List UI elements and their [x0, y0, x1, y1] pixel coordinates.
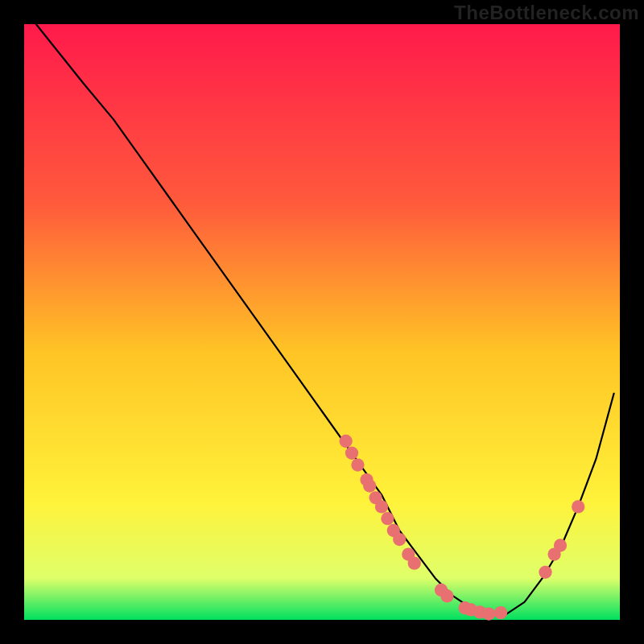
data-marker — [345, 447, 358, 460]
data-marker — [381, 512, 394, 525]
chart-frame: TheBottleneck.com — [0, 0, 644, 644]
data-marker — [554, 539, 567, 551]
curve-layer — [24, 24, 620, 620]
data-marker — [393, 533, 406, 546]
marker-layer — [339, 435, 584, 621]
data-marker — [408, 557, 421, 570]
watermark-text: TheBottleneck.com — [454, 2, 639, 24]
data-marker — [363, 479, 376, 492]
data-marker — [339, 435, 352, 448]
data-marker — [375, 500, 388, 513]
data-marker — [539, 566, 551, 579]
data-marker — [351, 458, 364, 471]
data-marker — [482, 607, 495, 620]
data-marker — [494, 606, 507, 619]
bottleneck-curve — [36, 24, 614, 614]
data-marker — [440, 589, 453, 602]
data-marker — [572, 500, 584, 513]
plot-area — [24, 24, 620, 620]
